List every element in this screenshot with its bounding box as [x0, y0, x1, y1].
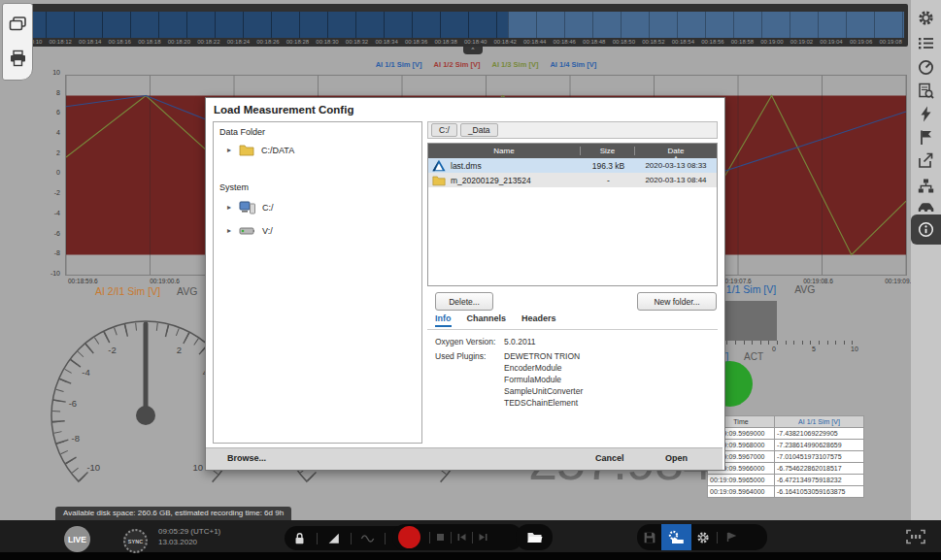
dialog-footer: Browse... Cancel Open	[206, 447, 723, 470]
y-tick: 6	[56, 109, 60, 115]
replay-icon[interactable]	[724, 531, 737, 544]
screen-switcher-tab[interactable]	[2, 3, 33, 81]
timeline-tick: 00:18:42	[494, 39, 517, 45]
record-button[interactable]	[398, 526, 420, 548]
marker-flag-icon[interactable]	[918, 129, 934, 146]
report-icon[interactable]	[918, 82, 934, 99]
new-folder-button[interactable]: New folder...	[637, 292, 717, 311]
bar-tick-0: 0	[772, 346, 776, 352]
save-setup-icon[interactable]	[643, 531, 656, 544]
system-network-icon[interactable]	[918, 178, 934, 194]
file-row-last-dms[interactable]: last.dms 196.3 kB 2020-03-13 08:33	[428, 158, 717, 173]
expand-caret-icon[interactable]: ▸	[227, 203, 231, 212]
tree-section-system: System	[219, 182, 249, 192]
file-row-measurement-folder[interactable]: m_20200129_213524 - 2020-03-13 08:44	[428, 173, 717, 187]
timeline-tick: 00:19:08	[879, 39, 901, 45]
legend-item: AI 1/4 Sim [V]	[550, 60, 596, 69]
computer-drive-icon	[239, 200, 256, 214]
sync-badge[interactable]: SYNC	[123, 529, 148, 553]
delete-button[interactable]: Delete...	[435, 292, 493, 311]
timeline-tick: 00:18:44	[523, 39, 546, 45]
vehicle-car-icon[interactable]	[918, 199, 934, 215]
svg-text:2: 2	[177, 345, 182, 355]
file-col-size[interactable]: Size	[580, 147, 634, 155]
plugin-item: EncoderModule	[504, 363, 562, 373]
setup-gear-icon[interactable]	[696, 531, 710, 544]
export-share-icon[interactable]	[918, 152, 934, 169]
tab-headers[interactable]: Headers	[521, 313, 556, 327]
print-icon[interactable]	[9, 49, 27, 68]
timeline-tick: 00:18:54	[672, 39, 694, 45]
tree-item-c-drive[interactable]: ▸ C:/	[227, 200, 274, 214]
file-col-date[interactable]: Date ▲	[634, 147, 717, 155]
timeline-tick: 00:18:18	[138, 39, 160, 45]
open-data-pill	[516, 524, 553, 550]
transport-pill	[392, 524, 522, 550]
cancel-button[interactable]: Cancel	[595, 453, 624, 463]
dewetron-logo-icon	[432, 159, 446, 172]
jump-start-button[interactable]	[455, 531, 468, 544]
tab-info[interactable]: Info	[435, 313, 452, 327]
sidebar	[911, 0, 941, 520]
timeline-tick: 00:18:14	[79, 39, 101, 45]
snap-triangle-icon[interactable]	[326, 531, 341, 545]
timeline-tick: 00:18:12	[50, 39, 72, 45]
bar-tick-10: 10	[851, 346, 858, 352]
browse-button[interactable]: Browse...	[227, 453, 266, 463]
load-config-icon	[668, 530, 685, 544]
timeline-view-range[interactable]	[508, 12, 904, 38]
open-folder-icon[interactable]	[526, 530, 543, 544]
value-table: Time AI 1/1 Sim [V] 00:19:09.5969000-7.4…	[707, 415, 864, 498]
lock-icon[interactable]	[292, 531, 307, 545]
sort-asc-icon: ▲	[635, 154, 717, 159]
tree-item-data-folder[interactable]: ▸ C:/DATA	[227, 144, 294, 156]
timeline-collapse-chevron[interactable]: ^	[463, 47, 483, 54]
timeline-tick: 00:19:02	[790, 39, 813, 45]
expand-caret-icon[interactable]: ▸	[227, 226, 231, 235]
tab-channels[interactable]: Channels	[467, 313, 507, 327]
overview-timeline[interactable]: 00:18:1000:18:1200:18:1400:18:1600:18:18…	[14, 4, 908, 47]
measurement-gauge-icon[interactable]	[918, 59, 934, 76]
timeline-tick: 00:18:30	[316, 39, 338, 45]
jump-end-button[interactable]	[477, 531, 489, 544]
tree-item-v-drive[interactable]: ▸ V:/	[227, 224, 273, 237]
breadcrumb-data[interactable]: _Data	[460, 123, 498, 137]
y-tick: -6	[54, 230, 60, 237]
bar-tick-5: 5	[812, 346, 816, 352]
breadcrumb-root[interactable]: C:/	[431, 123, 457, 137]
file-col-name[interactable]: Name	[428, 147, 580, 155]
power-events-icon[interactable]	[918, 106, 934, 122]
fullscreen-icon[interactable]	[906, 529, 925, 544]
file-list-header: Name Size Date ▲	[428, 144, 717, 158]
timeline-tick: 00:18:34	[375, 39, 397, 45]
legend-item: AI 1/3 Sim [V]	[492, 60, 539, 69]
settings-gear-icon[interactable]	[918, 10, 934, 26]
disk-space-status: Available disk space: 260.6 GB, estimate…	[55, 507, 291, 520]
screens-icon[interactable]	[9, 16, 27, 34]
signal-wave-icon[interactable]	[360, 531, 375, 545]
x-tick: 00:18:59.6	[68, 278, 98, 284]
channel-list-icon[interactable]	[918, 35, 934, 51]
open-button[interactable]: Open	[665, 453, 688, 463]
plugin-item: SampleUnitConverter	[504, 386, 583, 396]
stop-button[interactable]	[434, 531, 447, 544]
timeline-recorded-range[interactable]	[17, 12, 508, 38]
timeline-tick: 00:18:26	[256, 39, 279, 45]
load-measurement-config-dialog: Load Measurement Config Data Folder ▸ C:…	[205, 97, 725, 471]
timeline-tick: 00:18:32	[346, 39, 368, 45]
x-tick: 00:19:00.6	[150, 278, 180, 284]
table-row: 00:19:09.5966000-6.754622862018517	[708, 463, 864, 475]
y-tick: 2	[56, 149, 60, 156]
expand-caret-icon[interactable]: ▸	[227, 146, 231, 154]
table-row: 00:19:09.5969000-7.43821069229905	[708, 428, 864, 440]
gauge-channel-label: AI 2/I1 Sim [V]	[95, 285, 160, 297]
plugin-item: DEWETRON TRION	[504, 351, 580, 361]
load-config-button[interactable]	[661, 524, 691, 550]
oxygen-version-value: 5.0.2011	[504, 337, 535, 346]
live-badge[interactable]: LIVE	[64, 526, 90, 552]
legend-item: AI 1/1 Sim [V]	[376, 60, 422, 69]
y-tick: 10	[52, 69, 60, 76]
timeline-tick: 00:18:48	[583, 39, 605, 45]
system-info-icon[interactable]	[918, 221, 934, 238]
y-tick: 4	[56, 129, 60, 136]
